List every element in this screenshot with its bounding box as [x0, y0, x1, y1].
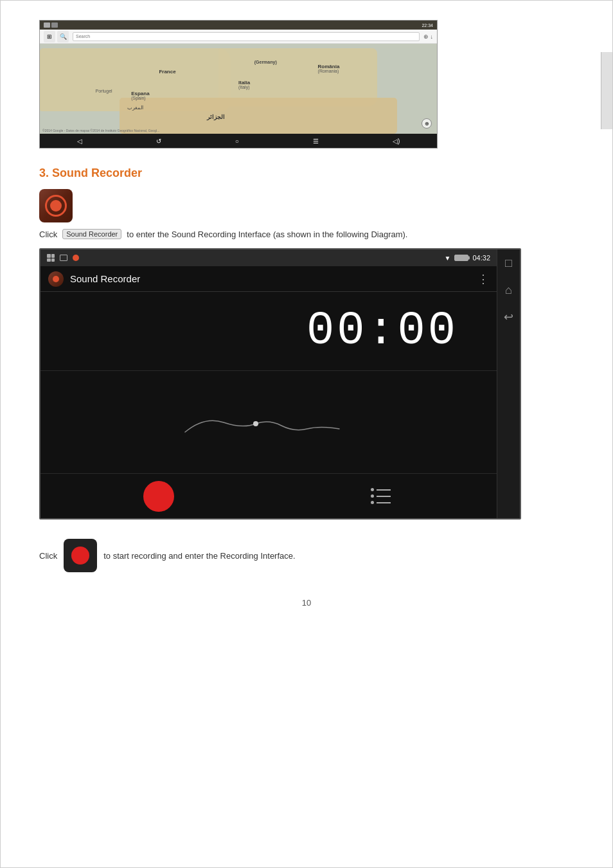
controls-section: [40, 473, 497, 518]
map-icon2[interactable]: 🔍: [57, 31, 69, 42]
label-portugal: Portugel: [96, 89, 112, 93]
label-germany: (Germany): [254, 60, 277, 64]
map-search-input[interactable]: [73, 32, 420, 41]
sidebar-home-icon[interactable]: ⌂: [505, 284, 512, 296]
list-dot-1: [371, 488, 374, 491]
app-title-text: Sound Recorder: [70, 273, 140, 284]
list-dot-3: [371, 501, 374, 504]
sr-icon-area: [39, 189, 612, 222]
app-screen-wrapper: ▼ 04:32 Sound Recorder: [39, 248, 521, 520]
list-line-3: [371, 501, 394, 504]
sidebar-square-icon[interactable]: □: [505, 257, 512, 269]
map-toolbar: ⊞ 🔍 ⊕ ↓: [40, 30, 437, 44]
label-spain-en: (Spain): [131, 96, 146, 100]
waveform-svg: [172, 397, 365, 448]
instruction2-prefix: Click: [39, 551, 57, 561]
app-sidebar: □ ⌂ ↩: [497, 249, 520, 518]
list-line-1: [371, 488, 394, 491]
app-title-bar: Sound Recorder ⋮: [40, 266, 497, 292]
map-compass[interactable]: ⊕: [422, 118, 432, 129]
app-status-left: [47, 254, 79, 262]
instruction2: Click to start recording and enter the R…: [39, 539, 612, 572]
app-main: ▼ 04:32 Sound Recorder: [40, 249, 497, 518]
app-title-left: Sound Recorder: [48, 271, 140, 287]
timer-display: 00:00: [306, 305, 458, 357]
record-button[interactable]: [143, 481, 174, 512]
map-status-icon1: [44, 23, 50, 28]
instruction1-suffix: to enter the Sound Recording Interface (…: [127, 230, 407, 239]
africa-land: [120, 98, 398, 134]
label-morocco: المغرب: [127, 105, 143, 111]
sidebar-back-icon[interactable]: ↩: [504, 311, 513, 323]
battery-indicator: [454, 255, 468, 261]
map-time: 22:34: [422, 23, 433, 28]
map-nav-menu[interactable]: ☰: [313, 138, 319, 145]
label-france: France: [159, 69, 175, 75]
sr-app-icon[interactable]: [39, 189, 73, 222]
app-title-icon-dot: [53, 276, 59, 282]
label-romania-en: (Romania): [318, 69, 339, 73]
right-tab: [601, 52, 612, 129]
map-status-left: [44, 23, 58, 28]
sound-recorder-badge[interactable]: Sound Recorder: [62, 229, 121, 239]
map-content: (Germany) France Italia (Italy) Espana (…: [40, 44, 437, 134]
map-copyright: ©2014 Google - Datos de mapas ©2014 de I…: [42, 129, 159, 132]
map-nav-volume[interactable]: ◁): [393, 138, 400, 145]
list-line-2: [371, 494, 394, 498]
list-bar-1: [377, 489, 391, 491]
section-number: 3: [39, 167, 46, 179]
square-status-icon: [60, 255, 67, 261]
svg-point-0: [253, 421, 258, 426]
map-nav-circle[interactable]: ○: [235, 138, 239, 145]
map-icon1[interactable]: ⊞: [44, 31, 55, 42]
section-heading: 3. Sound Recorder: [39, 167, 612, 180]
list-bar-3: [377, 502, 391, 503]
instruction2-suffix: to start recording and enter the Recordi…: [103, 551, 295, 561]
map-screenshot: 22:34 ⊞ 🔍 ⊕ ↓ (Germany) France Italia (I…: [39, 20, 438, 149]
app-menu-button[interactable]: ⋮: [477, 272, 489, 286]
list-dot-2: [371, 494, 374, 498]
list-bar-2: [377, 496, 391, 497]
map-bottom-nav: ◁ ↺ ○ ☰ ◁): [40, 134, 437, 148]
map-nav-icons: ⊞ 🔍: [44, 31, 69, 42]
battery-icon: [454, 255, 468, 261]
instruction1-prefix: Click: [39, 230, 57, 239]
app-status-bar: ▼ 04:32: [40, 249, 497, 266]
record-icon-inline[interactable]: [64, 539, 97, 572]
page-container: 22:34 ⊞ 🔍 ⊕ ↓ (Germany) France Italia (I…: [0, 0, 613, 868]
map-nav-back[interactable]: ◁: [77, 138, 82, 145]
circle-status-icon: [73, 255, 79, 261]
app-title-icon: [48, 271, 64, 287]
label-algeria: الجزائر: [207, 114, 225, 120]
app-time: 04:32: [472, 254, 490, 262]
app-status-right: ▼ 04:32: [445, 254, 490, 262]
timer-section: 00:00: [40, 292, 497, 370]
waveform-section: [40, 370, 497, 473]
wifi-icon: ▼: [445, 255, 451, 262]
label-italy-en: (Italy): [238, 85, 250, 89]
grid-icon: [47, 254, 55, 262]
record-dot-inline: [71, 547, 89, 565]
map-status-icon2: [51, 23, 58, 28]
list-button[interactable]: [371, 485, 394, 508]
map-nav-home[interactable]: ↺: [156, 138, 161, 145]
page-number: 10: [1, 598, 612, 627]
map-filter-icon[interactable]: ⊕ ↓: [423, 33, 433, 40]
instruction1: Click Sound Recorder to enter the Sound …: [39, 229, 612, 239]
sr-app-icon-inner: [50, 200, 62, 212]
map-status-bar: 22:34: [40, 21, 437, 30]
section-title: Sound Recorder: [52, 167, 142, 179]
